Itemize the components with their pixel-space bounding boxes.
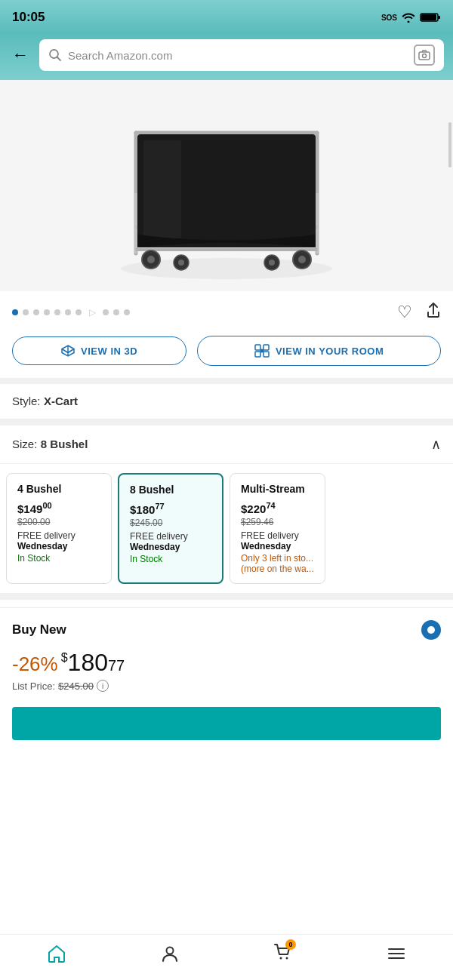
carousel-dot-10[interactable] (113, 309, 119, 315)
share-button[interactable] (426, 302, 441, 322)
buy-new-title: Buy New (12, 622, 66, 637)
size-section[interactable]: Size: 8 Bushel ∧ (0, 425, 453, 464)
size-card-title: 8 Bushel (130, 484, 211, 496)
size-card-delivery: FREE delivery (130, 531, 211, 542)
svg-rect-1 (438, 16, 440, 19)
list-price-row: List Price: $245.00 i (12, 680, 441, 692)
bottom-spacer (0, 740, 453, 800)
size-card-price: $14900 (17, 501, 100, 515)
svg-rect-5 (419, 52, 430, 60)
scrollbar[interactable] (448, 122, 451, 167)
search-bar[interactable]: Search Amazon.com (39, 39, 444, 71)
list-price-label: List Price: (12, 680, 55, 692)
svg-point-25 (269, 260, 275, 266)
size-card-price: $22074 (241, 501, 314, 515)
size-label-value: Size: 8 Bushel (12, 438, 88, 451)
svg-rect-29 (263, 352, 269, 357)
status-bar: 10:05 SOS (0, 0, 453, 33)
section-divider-2 (0, 419, 453, 425)
svg-rect-28 (255, 352, 260, 357)
search-bar-container: ← Search Amazon.com (0, 33, 453, 80)
wishlist-button[interactable]: ♡ (397, 303, 412, 322)
ar-view-buttons: VIEW IN 3D VIEW IN YOUR ROOM (0, 330, 453, 378)
size-card-delivery: FREE delivery (241, 530, 314, 541)
style-section: Style: X-Cart (0, 384, 453, 419)
svg-point-30 (260, 349, 263, 353)
view-3d-label: VIEW IN 3D (81, 346, 137, 357)
size-card-day: Wednesday (241, 541, 314, 551)
list-price-value: $245.00 (58, 680, 94, 692)
view-in-room-label: VIEW IN YOUR ROOM (276, 346, 384, 357)
svg-point-21 (298, 256, 306, 263)
view-3d-icon (61, 345, 75, 357)
size-card-old-price: $200.00 (17, 517, 100, 527)
battery-icon (420, 12, 441, 23)
section-divider-1 (0, 378, 453, 384)
style-value: X-Cart (44, 395, 78, 407)
search-placeholder: Search Amazon.com (68, 49, 408, 62)
svg-rect-26 (255, 345, 260, 350)
buy-new-header: Buy New (12, 620, 441, 640)
view-in-room-button[interactable]: VIEW IN YOUR ROOM (197, 336, 441, 366)
size-label: Size: (12, 438, 37, 450)
buy-new-radio[interactable] (421, 620, 441, 640)
view-3d-button[interactable]: VIEW IN 3D (12, 336, 186, 365)
carousel-dot-2[interactable] (23, 309, 29, 315)
current-price: $18077 (61, 649, 125, 677)
add-to-cart-bar[interactable] (12, 707, 441, 740)
list-price-info-icon[interactable]: i (97, 680, 109, 692)
status-icons: SOS (381, 12, 441, 23)
svg-rect-27 (263, 345, 269, 350)
size-option-8-bushel[interactable]: 8 Bushel $18077 $245.00 FREE delivery We… (118, 473, 223, 584)
size-option-4-bushel[interactable]: 4 Bushel $14900 $200.00 FREE delivery We… (6, 473, 112, 584)
chevron-up-icon: ∧ (431, 436, 441, 453)
carousel-dot-7[interactable] (76, 309, 82, 315)
size-options-row: 4 Bushel $14900 $200.00 FREE delivery We… (0, 464, 453, 594)
style-label: Style: (12, 395, 41, 407)
carousel-dot-4[interactable] (44, 309, 50, 315)
sos-indicator: SOS (381, 14, 397, 22)
size-card-price: $18077 (130, 502, 211, 516)
product-image (98, 88, 355, 284)
carousel-video-dot[interactable]: ▷ (86, 306, 98, 318)
carousel-dots: ▷ (12, 306, 397, 318)
size-card-stock: In Stock (17, 553, 100, 564)
size-card-title: Multi-Stream (241, 483, 314, 495)
back-button[interactable]: ← (9, 45, 32, 65)
svg-point-23 (178, 260, 184, 266)
size-option-multi-stream[interactable]: Multi-Stream $22074 $259.46 FREE deliver… (230, 473, 325, 584)
carousel-dot-6[interactable] (65, 309, 71, 315)
wifi-icon (402, 12, 415, 23)
product-action-icons: ♡ (397, 302, 441, 322)
carousel-dot-1[interactable] (12, 309, 18, 315)
search-icon (48, 48, 62, 62)
size-card-stock-low: Only 3 left in sto...(more on the wa... (241, 553, 314, 574)
camera-search-button[interactable] (414, 45, 435, 66)
ar-icon (254, 344, 270, 358)
carousel-dot-11[interactable] (124, 309, 130, 315)
size-card-title: 4 Bushel (17, 483, 100, 495)
svg-point-19 (147, 256, 155, 263)
size-card-old-price: $259.46 (241, 517, 314, 527)
svg-rect-17 (143, 140, 181, 238)
price-row: -26% $18077 (12, 649, 441, 677)
svg-line-4 (57, 57, 61, 61)
carousel-dot-5[interactable] (54, 309, 60, 315)
product-image-area (0, 80, 453, 291)
carousel-dot-3[interactable] (33, 309, 39, 315)
image-carousel-controls: ▷ ♡ (0, 291, 453, 330)
size-card-stock: In Stock (130, 554, 211, 564)
size-card-delivery: FREE delivery (17, 530, 100, 541)
size-card-day: Wednesday (130, 542, 211, 552)
size-selected-value: 8 Bushel (41, 438, 88, 450)
carousel-dot-9[interactable] (103, 309, 109, 315)
size-card-day: Wednesday (17, 541, 100, 551)
section-divider-3 (0, 594, 453, 600)
buy-new-section: Buy New -26% $18077 List Price: $245.00 … (0, 607, 453, 707)
discount-percentage: -26% (12, 653, 58, 676)
svg-rect-2 (421, 14, 436, 20)
svg-point-6 (423, 54, 427, 58)
radio-inner (427, 626, 435, 634)
status-time: 10:05 (12, 10, 45, 25)
size-card-old-price: $245.00 (130, 518, 211, 528)
